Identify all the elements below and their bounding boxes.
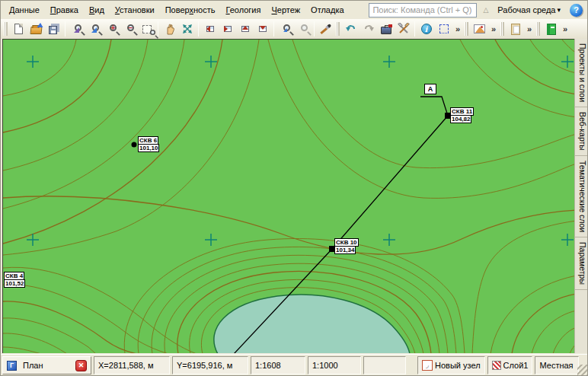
save-all-button[interactable] [45, 21, 62, 37]
current-zoom-scale: 1:1608 [251, 356, 305, 374]
open-folder-button[interactable] [27, 21, 45, 37]
surface-toolbar-button[interactable] [471, 21, 488, 37]
tab-projects-and-layers[interactable]: Проекты и слои [575, 39, 587, 107]
zoom-window-button[interactable] [138, 21, 155, 37]
borehole-marker-skv6 [132, 142, 137, 148]
zoom-out-button[interactable]: − [120, 21, 138, 37]
save-all-icon [49, 26, 57, 34]
image-pan-left-button[interactable] [201, 21, 219, 37]
toolbar-grip[interactable] [536, 22, 538, 36]
toolbar-overflow-chevron[interactable]: » [524, 24, 535, 33]
new-node-icon: ◞ [422, 360, 433, 371]
undo-icon [345, 24, 357, 34]
toolbar-separator [414, 21, 415, 37]
toolbar-separator [314, 21, 315, 37]
sheet-toolbar-button[interactable] [507, 21, 524, 37]
toolbar-separator [273, 21, 274, 37]
book-toolbar-button[interactable] [542, 21, 560, 37]
edit-mode-indicator[interactable]: ◞ Новый узел [417, 356, 485, 374]
cursor-y-coordinate: Y=6195,916, м [172, 356, 248, 374]
build-tools-button[interactable] [395, 21, 412, 37]
right-panel-tabs: Проекты и слои Веб-карты Тематические сл… [574, 39, 587, 353]
help-icon[interactable]: ? [570, 4, 583, 17]
workspace-menu[interactable]: Рабочая среда ▾ [494, 5, 564, 14]
info-icon: i [421, 24, 432, 34]
zoom-selected-button[interactable] [85, 21, 103, 37]
toolbar-grip[interactable] [465, 22, 466, 36]
image-pan-right-icon [224, 26, 232, 32]
sheet-icon [511, 24, 520, 35]
undo-button[interactable] [342, 21, 360, 37]
menu-drawing[interactable]: Чертеж [266, 2, 305, 18]
zoom-next-button[interactable] [294, 21, 312, 37]
fit-extents-icon [181, 23, 193, 35]
zoom-in-button[interactable]: + [103, 21, 120, 37]
toolbar-overflow-chevron[interactable]: » [452, 24, 463, 33]
tab-web-maps[interactable]: Веб-карты [575, 107, 587, 156]
build-tools-icon [398, 23, 410, 35]
close-icon[interactable]: ✕ [75, 360, 87, 371]
image-pan-left-icon [206, 26, 214, 32]
chevron-down-icon: ▾ [557, 6, 561, 14]
map-canvas[interactable]: А СКВ 6 101,10 СКВ 11 104,82 СКВ 10 101,… [2, 39, 576, 353]
redo-button[interactable] [360, 21, 377, 37]
toolbar-separator [198, 21, 199, 37]
zoom-previous-icon [283, 24, 290, 31]
menu-geology[interactable]: Геология [220, 2, 266, 18]
resize-grip[interactable] [577, 365, 588, 375]
fit-extents-button[interactable] [178, 21, 196, 37]
image-pan-down-button[interactable] [254, 21, 271, 37]
image-pan-down-icon [259, 26, 267, 32]
toolbox-icon [381, 27, 391, 34]
zoom-next-icon [301, 24, 308, 31]
empty-status-panel [363, 356, 406, 374]
select-frame-button[interactable] [435, 21, 452, 37]
toolbar-overflow-chevron[interactable]: » [560, 24, 570, 33]
plan-view-icon: Г [7, 361, 17, 371]
toolbox-button[interactable] [377, 21, 395, 37]
zoom-out-icon: − [127, 24, 134, 31]
tab-thematic-layers[interactable]: Тематические слои [575, 156, 587, 237]
new-document-button[interactable] [10, 21, 27, 37]
collapse-icon[interactable]: △ [477, 6, 494, 14]
zoom-selected-icon [92, 24, 99, 31]
active-layer-indicator[interactable]: Слой1 [487, 356, 533, 374]
image-pan-right-button[interactable] [219, 21, 236, 37]
toolbar-overflow-chevron[interactable]: » [488, 24, 499, 33]
open-folder-icon [30, 27, 42, 34]
zoom-previous-button[interactable] [276, 21, 294, 37]
menu-surface[interactable]: Поверхность [160, 2, 221, 18]
paintbrush-button[interactable] [317, 21, 334, 37]
toolbar-grip[interactable] [336, 22, 337, 36]
toolbar-grip[interactable] [500, 22, 502, 36]
pan-hand-button[interactable] [161, 21, 178, 37]
workspace-label: Рабочая среда [497, 5, 555, 14]
menu-view[interactable]: Вид [84, 2, 110, 18]
menu-edit[interactable]: Правка [45, 2, 84, 18]
image-pan-up-icon [241, 26, 249, 32]
coordinate-system-indicator[interactable]: Местная [535, 356, 579, 374]
tab-parameters[interactable]: Параметры [575, 237, 587, 290]
borehole-label-skv10: СКВ 10 101,34 [334, 238, 359, 254]
layer-icon [492, 361, 501, 370]
app-window: Данные Правка Вид Установки Поверхность … [0, 0, 588, 376]
plan-view-tab[interactable]: Г План ✕ [2, 356, 91, 374]
object-info-button[interactable]: i [417, 21, 435, 37]
menu-debug[interactable]: Отладка [305, 2, 349, 18]
image-pan-up-button[interactable] [236, 21, 254, 37]
cursor-x-coordinate: X=2811,588, м [94, 356, 170, 374]
new-document-icon [14, 24, 23, 34]
pan-hand-icon [164, 23, 176, 35]
select-frame-icon [439, 24, 449, 33]
surface-icon [474, 24, 485, 33]
zoom-initial-button[interactable] [68, 21, 85, 37]
borehole-label-skv11: СКВ 11 104,82 [450, 107, 474, 123]
survey-scale: 1:1000 [308, 356, 361, 374]
borehole-label-skv6: СКВ 6 101,10 [138, 136, 159, 152]
toolbar-separator [158, 21, 158, 37]
menu-settings[interactable]: Установки [110, 2, 160, 18]
menu-data[interactable]: Данные [4, 2, 45, 18]
borehole-label-skv4: СКВ 4 101,52 [4, 272, 25, 288]
toolbar-grip[interactable] [4, 22, 5, 36]
command-search-input[interactable] [369, 3, 477, 18]
